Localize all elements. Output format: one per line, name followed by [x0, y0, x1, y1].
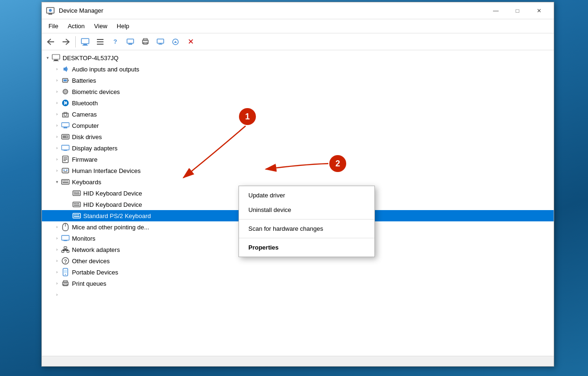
tree-item-print[interactable]: › Print queues [42, 278, 554, 289]
tree-item-hid[interactable]: › Human Interface Devices [42, 165, 554, 176]
svg-rect-1 [48, 14, 52, 15]
menu-bar: File Action View Help [42, 19, 554, 33]
ctx-scan[interactable]: Scan for hardware changes [239, 221, 374, 236]
tree-item-disk[interactable]: › Disk drives [42, 131, 554, 142]
portable-expand[interactable]: › [53, 268, 61, 276]
device-view-button[interactable] [123, 35, 137, 48]
firmware-icon [61, 155, 70, 164]
svg-rect-20 [68, 80, 69, 81]
disk-expand[interactable]: › [53, 133, 61, 141]
tree-item-bluetooth[interactable]: › Bluetooth [42, 97, 554, 109]
root-expand[interactable]: ▾ [44, 54, 51, 62]
audio-label: Audio inputs and outputs [72, 66, 139, 73]
more-expand[interactable]: › [53, 291, 61, 298]
forward-button[interactable] [59, 35, 73, 48]
ctx-uninstall[interactable]: Uninstall device [239, 203, 374, 217]
svg-rect-65 [62, 235, 69, 240]
print-button[interactable] [138, 35, 152, 48]
cameras-expand[interactable]: › [53, 110, 61, 118]
menu-view[interactable]: View [89, 21, 112, 31]
tree-item-biometric[interactable]: › Biometric devices [42, 86, 554, 97]
device-manager-window: Device Manager — □ ✕ File Action View He… [41, 2, 554, 367]
menu-action[interactable]: Action [63, 21, 89, 31]
display-expand[interactable]: › [53, 144, 61, 152]
svg-rect-5 [82, 45, 88, 46]
bluetooth-label: Bluetooth [72, 100, 98, 107]
svg-rect-45 [63, 182, 68, 183]
ctx-properties[interactable]: Properties [239, 240, 374, 255]
maximize-button[interactable]: □ [507, 2, 528, 19]
other-expand[interactable]: › [53, 257, 61, 265]
tree-item-cameras[interactable]: › Cameras [42, 109, 554, 120]
list-view-button[interactable] [93, 35, 107, 48]
svg-rect-47 [74, 192, 75, 193]
print-expand[interactable]: › [53, 280, 61, 287]
tree-item-batteries[interactable]: › Batteries [42, 75, 554, 86]
tree-item-firmware[interactable]: › Firmware [42, 154, 554, 165]
display-button[interactable] [153, 35, 167, 48]
svg-rect-4 [83, 44, 87, 45]
keyboards-icon [61, 178, 70, 186]
svg-rect-62 [78, 214, 79, 215]
audio-expand[interactable]: › [53, 65, 61, 73]
tree-item-display[interactable]: › Display adapters [42, 142, 554, 154]
svg-rect-9 [127, 39, 134, 43]
status-bar [42, 356, 554, 366]
svg-rect-6 [97, 39, 103, 40]
tree-more[interactable]: › [42, 289, 554, 300]
remove-button[interactable]: ✕ [183, 35, 198, 48]
svg-rect-27 [62, 123, 69, 127]
hid-kbd-1-icon [72, 189, 81, 197]
ctx-update-driver[interactable]: Update driver [239, 188, 374, 203]
bluetooth-expand[interactable]: › [53, 99, 61, 107]
help-button[interactable]: ? [108, 35, 122, 48]
biometric-expand[interactable]: › [53, 88, 61, 95]
back-button[interactable] [44, 35, 58, 48]
svg-rect-14 [157, 39, 164, 43]
tree-item-portable[interactable]: › Portable Devices [42, 266, 554, 278]
svg-point-72 [65, 274, 66, 275]
tree-root[interactable]: ▾ DESKTOP-4L537JQ [42, 52, 554, 63]
portable-label: Portable Devices [72, 269, 118, 276]
computer-expand[interactable]: › [53, 122, 61, 129]
menu-help[interactable]: Help [112, 21, 134, 31]
svg-rect-46 [73, 191, 80, 196]
svg-point-24 [65, 91, 66, 92]
svg-rect-32 [62, 145, 69, 150]
window-controls: — □ ✕ [485, 2, 550, 19]
tree-item-computer[interactable]: › Computer [42, 120, 554, 131]
computer-icon-button[interactable] [78, 35, 92, 48]
hid-expand[interactable]: › [53, 167, 61, 174]
minimize-button[interactable]: — [485, 2, 507, 19]
close-button[interactable]: ✕ [528, 2, 550, 19]
svg-rect-52 [73, 202, 80, 207]
audio-icon [61, 65, 70, 73]
svg-point-26 [64, 113, 67, 116]
svg-rect-51 [74, 194, 79, 195]
window-title: Device Manager [59, 7, 485, 14]
svg-rect-50 [78, 192, 79, 193]
svg-rect-63 [74, 216, 79, 217]
mice-expand[interactable]: › [53, 223, 61, 231]
svg-point-2 [49, 9, 52, 12]
svg-rect-58 [73, 213, 80, 218]
menu-file[interactable]: File [44, 21, 63, 31]
hid-icon [61, 166, 70, 175]
batteries-expand[interactable]: › [53, 77, 61, 84]
svg-rect-34 [64, 157, 67, 158]
svg-rect-7 [97, 41, 103, 42]
svg-rect-21 [64, 79, 67, 81]
firmware-label: Firmware [72, 156, 97, 163]
hid-label: Human Interface Devices [72, 167, 141, 174]
tree-item-audio[interactable]: › Audio inputs and outputs [42, 63, 554, 75]
network-expand[interactable]: › [53, 246, 61, 253]
update-driver-button[interactable] [168, 35, 183, 48]
keyboards-expand[interactable]: ▾ [53, 178, 61, 186]
firmware-expand[interactable]: › [53, 156, 61, 163]
svg-rect-16 [52, 55, 60, 59]
monitors-expand[interactable]: › [53, 235, 61, 242]
svg-point-38 [64, 170, 65, 171]
monitors-label: Monitors [72, 235, 95, 242]
svg-rect-59 [74, 214, 75, 215]
svg-rect-28 [64, 127, 67, 128]
